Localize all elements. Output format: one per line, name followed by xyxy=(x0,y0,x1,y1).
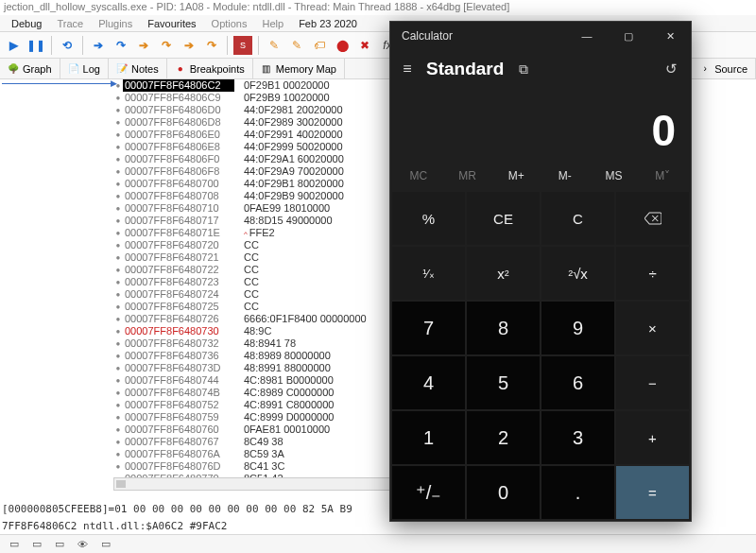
step-over-icon[interactable]: ↷ xyxy=(112,36,130,55)
calc-btn-⌫[interactable] xyxy=(616,192,689,245)
row-bytes: 44:0F2999 50020000 xyxy=(234,141,343,153)
row-bytes: 44:0F29B1 80020000 xyxy=(234,178,344,190)
calc-btn-+/-[interactable]: ⁺/₋ xyxy=(392,466,465,519)
calc-titlebar[interactable]: Calculator — ▢ ✕ xyxy=(390,22,691,50)
calc-btn-2√x[interactable]: 2√x xyxy=(541,247,614,300)
row-address: 00007FF8F6480752 xyxy=(123,399,234,411)
bottom-tab-3[interactable]: ▭ xyxy=(51,538,68,550)
trace-over-icon[interactable]: ↷ xyxy=(202,36,221,55)
step-into-icon[interactable]: ➔ xyxy=(89,36,108,55)
tab-log[interactable]: 📄Log xyxy=(60,59,109,78)
row-bullet-icon: ● xyxy=(113,116,123,129)
mem-m+[interactable]: M+ xyxy=(491,169,541,182)
bookmark-icon[interactable]: ⬤ xyxy=(333,36,352,55)
row-address: 00007FF8F6480767 xyxy=(123,436,234,448)
calc-btn-8[interactable]: 8 xyxy=(467,302,540,354)
calc-btn-C[interactable]: C xyxy=(541,192,614,245)
script-icon[interactable]: S xyxy=(233,36,252,55)
hamburger-icon[interactable]: ≡ xyxy=(398,60,417,78)
mem-ms[interactable]: MS xyxy=(590,169,639,182)
calc-btn-7[interactable]: 7 xyxy=(392,302,465,354)
row-bytes: 44:0F29A9 70020000 xyxy=(234,165,344,178)
row-address: 00007FF8F64806F0 xyxy=(123,153,234,165)
mem-mr: MR xyxy=(443,169,492,182)
calc-btn-CE[interactable]: CE xyxy=(467,192,540,245)
menu-options[interactable]: Options xyxy=(204,18,255,29)
h-scrollbar[interactable] xyxy=(113,477,397,491)
calc-btn-9[interactable]: 9 xyxy=(541,302,614,354)
row-bullet-icon: ● xyxy=(113,129,123,141)
row-bytes: 0F29B1 00020000 xyxy=(234,79,330,92)
keep-on-top-icon[interactable]: ⧉ xyxy=(519,61,528,78)
row-address: 00007FF8F6480732 xyxy=(123,337,234,350)
calc-btn-4[interactable]: 4 xyxy=(392,356,465,409)
clear-icon[interactable]: ✖ xyxy=(355,36,374,55)
calc-btn-1/x[interactable]: ¹⁄ₓ xyxy=(392,247,465,300)
row-bytes: CC xyxy=(234,264,259,276)
maximize-button[interactable]: ▢ xyxy=(608,22,649,50)
calc-btn-%[interactable]: % xyxy=(392,192,465,245)
calc-btn-0[interactable]: 0 xyxy=(467,466,540,519)
calc-btn-3[interactable]: 3 xyxy=(541,411,614,464)
calc-btn-÷[interactable]: ÷ xyxy=(616,247,689,300)
pause-icon[interactable]: ❚❚ xyxy=(26,36,45,55)
status-line: 7FF8F64806C2 ntdll.dll:$A06C2 #9FAC2 xyxy=(2,520,227,532)
row-bullet-icon: ● xyxy=(113,79,123,92)
calc-btn-6[interactable]: 6 xyxy=(541,356,614,409)
step-out-icon[interactable]: ➔ xyxy=(134,36,153,55)
bottom-tab-5[interactable]: ▭ xyxy=(97,538,114,550)
row-address: 00007FF8F6480760 xyxy=(123,423,234,436)
menu-plugins[interactable]: Plugins xyxy=(91,18,140,29)
calc-btn-1[interactable]: 1 xyxy=(392,411,465,464)
menu-debug[interactable]: Debug xyxy=(4,18,49,29)
row-address: 00007FF8F6480722 xyxy=(123,264,234,276)
tab-source[interactable]: ›Source xyxy=(692,59,756,78)
row-address: 00007FF8F6480721 xyxy=(123,251,234,264)
trace-into-icon[interactable]: ➔ xyxy=(180,36,198,55)
run-icon[interactable]: ▶ xyxy=(4,36,23,55)
tab-memorymap[interactable]: ▥Memory Map xyxy=(253,59,345,78)
patch-icon[interactable]: ✎ xyxy=(265,36,284,55)
row-address: 00007FF8F64806E8 xyxy=(123,141,234,153)
label-icon[interactable]: 🏷 xyxy=(310,36,329,55)
menu-help[interactable]: Help xyxy=(255,18,292,29)
comment-icon[interactable]: ✎ xyxy=(287,36,306,55)
bottom-tab-2[interactable]: ▭ xyxy=(28,538,45,550)
bottom-tab-watch[interactable]: 👁 xyxy=(74,539,92,550)
bottom-tab-1[interactable]: ▭ xyxy=(6,538,23,550)
menu-favourites[interactable]: Favourites xyxy=(140,18,203,29)
tab-notes[interactable]: 📝Notes xyxy=(109,59,167,78)
restart-icon[interactable]: ⟲ xyxy=(58,36,77,55)
row-bytes: 6666:0F1F8400 00000000 xyxy=(234,313,367,325)
close-button[interactable]: ✕ xyxy=(649,22,691,50)
mem-icon: ▥ xyxy=(261,63,272,75)
row-bullet-icon: ● xyxy=(113,251,123,264)
row-bytes: 48:8989 80000000 xyxy=(234,350,331,362)
row-bullet-icon: ● xyxy=(113,202,123,215)
calc-btn-−[interactable]: − xyxy=(616,356,689,409)
run-to-icon[interactable]: ↷ xyxy=(157,36,176,55)
history-icon[interactable]: ↺ xyxy=(665,60,683,78)
row-address: 00007FF8F6480726 xyxy=(123,313,234,325)
calc-btn-2[interactable]: 2 xyxy=(467,411,540,464)
row-bytes: 8C49 38 xyxy=(234,436,284,448)
tab-graph[interactable]: 🌳Graph xyxy=(0,59,60,78)
calc-btn-×[interactable]: × xyxy=(616,302,689,354)
calc-btn-x2[interactable]: x2 xyxy=(467,247,540,300)
row-address: 00007FF8F6480717 xyxy=(123,215,234,227)
row-bullet-icon: ● xyxy=(113,276,123,288)
minimize-button[interactable]: — xyxy=(566,22,608,50)
calc-btn-=[interactable]: = xyxy=(616,466,689,519)
row-bytes: 0F29B9 10020000 xyxy=(234,92,330,104)
row-bullet-icon: ● xyxy=(113,337,123,350)
tab-breakpoints[interactable]: ●Breakpoints xyxy=(167,59,253,78)
calc-btn-.[interactable]: . xyxy=(541,466,614,519)
mem-m-[interactable]: M- xyxy=(541,169,590,182)
row-address: 00007FF8F648073D xyxy=(123,362,234,374)
calc-btn-5[interactable]: 5 xyxy=(467,356,540,409)
row-bytes: CC xyxy=(234,288,259,301)
row-bullet-icon: ● xyxy=(113,313,123,325)
menu-trace[interactable]: Trace xyxy=(49,18,91,29)
calc-btn-+[interactable]: + xyxy=(616,411,689,464)
menu-date: Feb 23 2020 xyxy=(299,18,357,29)
